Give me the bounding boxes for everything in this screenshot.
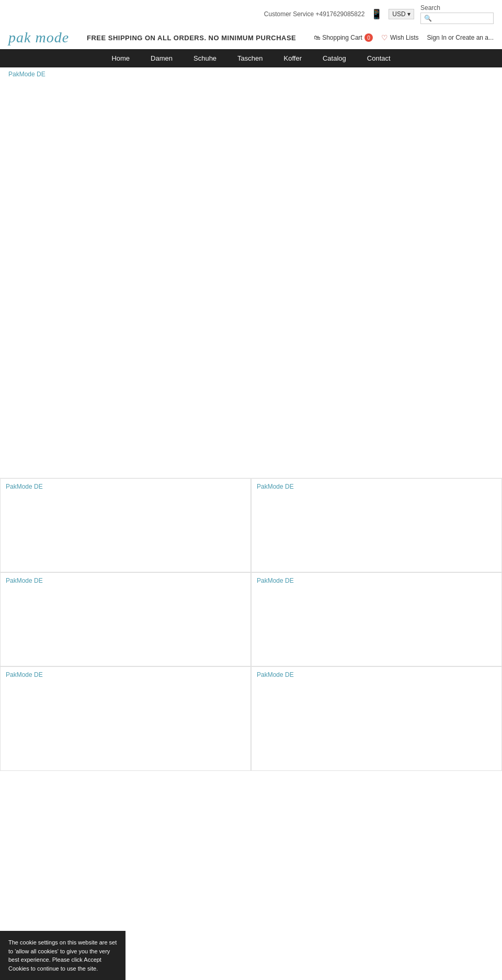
breadcrumb-label: PakMode DE [8,71,45,78]
nav-damen[interactable]: Damen [140,49,183,67]
product-label-3-2: PakMode DE [252,667,501,681]
heart-icon: ♡ [381,33,388,42]
product-row-3: PakMode DE PakMode DE [0,666,502,771]
logo-area[interactable]: pak mode [8,29,69,46]
header-actions: 🛍 Shopping Cart 0 ♡ Wish Lists Sign In o… [314,33,494,42]
wishlist-button[interactable]: ♡ Wish Lists [381,33,419,42]
nav-home[interactable]: Home [101,49,140,67]
cart-label: Shopping Cart [322,34,362,41]
breadcrumb[interactable]: PakMode DE [0,67,502,81]
cart-button[interactable]: 🛍 Shopping Cart 0 [314,33,373,42]
nav-koffer[interactable]: Koffer [273,49,312,67]
search-box: 🔍 [420,13,494,24]
signin-link[interactable]: Sign In or Create an a... [427,34,494,41]
nav-schuhe[interactable]: Schuhe [183,49,227,67]
product-label-2-2: PakMode DE [252,573,501,586]
cart-icon: 🛍 [314,34,320,41]
product-row-1: PakMode DE PakMode DE [0,478,502,572]
product-card-1-2[interactable]: PakMode DE [251,478,502,572]
top-bar: Customer Service +4917629085822 📱 USD ▾ … [0,0,502,26]
product-card-2-1[interactable]: PakMode DE [0,572,251,666]
product-card-3-1[interactable]: PakMode DE [0,666,251,771]
product-row-2: PakMode DE PakMode DE [0,572,502,666]
product-grid: PakMode DE PakMode DE PakMode DE PakMode… [0,478,502,771]
product-label-2-1: PakMode DE [1,573,250,586]
product-label-1-2: PakMode DE [252,479,501,492]
nav-taschen[interactable]: Taschen [227,49,273,67]
product-label-1-1: PakMode DE [1,479,250,492]
search-input[interactable] [432,15,489,22]
mid-header: pak mode FREE SHIPPING ON ALL ORDERS. NO… [0,26,502,49]
nav-catalog[interactable]: Catalog [312,49,357,67]
free-shipping-banner: FREE SHIPPING ON ALL ORDERS. NO MINIMUM … [77,34,305,42]
search-label: Search [420,4,440,11]
hero-image-area [0,81,502,478]
cart-badge: 0 [364,33,373,42]
product-card-3-2[interactable]: PakMode DE [251,666,502,771]
logo: pak mode [8,29,69,45]
product-label-3-1: PakMode DE [1,667,250,681]
search-area: Search 🔍 [420,4,494,24]
currency-selector[interactable]: USD ▾ [389,9,414,19]
nav-contact[interactable]: Contact [357,49,401,67]
wishlist-label: Wish Lists [390,34,419,41]
customer-service: Customer Service +4917629085822 [264,10,364,18]
search-icon: 🔍 [424,15,432,22]
product-card-2-2[interactable]: PakMode DE [251,572,502,666]
nav-bar: Home Damen Schuhe Taschen Koffer Catalog… [0,49,502,67]
product-card-1-1[interactable]: PakMode DE [0,478,251,572]
